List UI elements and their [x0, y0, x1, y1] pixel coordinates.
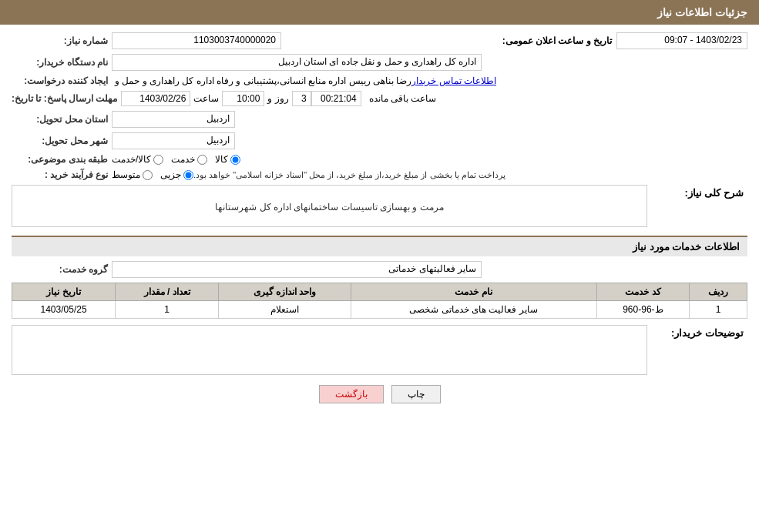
row-towzih: توضیحات خریدار:: [12, 325, 747, 377]
tabaqe-radios: کالا/خدمت خدمت کالا: [112, 154, 240, 165]
col-tarikh: تاریخ نیاز: [12, 283, 116, 301]
sharh-textarea[interactable]: [12, 185, 647, 227]
radio-kala-label: کالا: [215, 154, 228, 165]
col-tedad: تعداد / مقدار: [116, 283, 219, 301]
print-button[interactable]: چاپ: [391, 385, 441, 403]
radio-kala-input[interactable]: [230, 155, 240, 165]
shomara-value: 1103003740000020: [112, 32, 281, 49]
mohlat-saat-label: ساعت: [193, 93, 219, 104]
radio-jozei-label: جزیی: [160, 169, 181, 180]
row-tabaqe: طبقه بندی موضوعی: کالا/خدمت خدمت کالا: [12, 154, 747, 165]
grouh-label: گروه خدمت:: [12, 264, 112, 275]
tarikh-label: تاریخ و ساعت اعلان عمومی:: [502, 35, 612, 46]
radio-motavaset-label: متوسط: [112, 169, 140, 180]
mohlat-rooz-value: 3: [292, 91, 311, 106]
page-wrapper: جزئیات اطلاعات نیاز شماره نیاز: 11030037…: [0, 0, 759, 532]
namdastgah-label: نام دستگاه خریدار:: [12, 57, 112, 68]
mohlat-baqi-value: 00:21:04: [311, 91, 361, 106]
towzih-label: توضیحات خریدار:: [647, 325, 747, 339]
radio-kala-khedmat-input[interactable]: [153, 155, 163, 165]
ostan-label: استان محل تحویل:: [12, 114, 112, 125]
grouh-value: سایر فعالیتهای خدماتی: [112, 261, 482, 278]
shomara-label: شماره نیاز:: [12, 35, 112, 46]
radio-motavaset: متوسط: [112, 169, 153, 180]
towzih-textarea[interactable]: [12, 325, 647, 375]
radio-jozei: جزیی: [160, 169, 193, 180]
tarikh-value: 1403/02/23 - 09:07: [616, 32, 747, 49]
ijad-label: ایجاد کننده درخواست:: [12, 75, 112, 86]
radio-khedmat-label: خدمت: [171, 154, 195, 165]
ijad-value: رضا بناهی رییس اداره منابع انسانی،پشتیبا…: [115, 75, 411, 86]
page-title: جزئیات اطلاعات نیاز: [657, 6, 747, 18]
mohlat-baqi-label: ساعت باقی مانده: [369, 93, 437, 104]
col-radif: ردیف: [690, 283, 747, 301]
shahr-label: شهر محل تحویل:: [12, 136, 112, 146]
radio-kala: کالا: [215, 154, 240, 165]
row-noue: نوع فرآیند خرید : متوسط جزیی پرداخت تمام…: [12, 169, 747, 180]
row-shahr: شهر محل تحویل: اردبیل: [12, 132, 747, 149]
cell-nam: سایر فعالیت های خدماتی شخصی: [351, 301, 596, 319]
cell-tarikh: 1403/05/25: [12, 301, 116, 319]
towzih-content: [12, 325, 647, 377]
row-ijad: ایجاد کننده درخواست: رضا بناهی رییس ادار…: [12, 75, 747, 86]
radio-motavaset-input[interactable]: [143, 170, 153, 180]
tabaqe-label: طبقه بندی موضوعی:: [12, 154, 112, 165]
row-grouh: گروه خدمت: سایر فعالیتهای خدماتی: [12, 261, 747, 278]
col-nam: نام خدمت: [351, 283, 596, 301]
row-ostan: استان محل تحویل: اردبیل: [12, 111, 747, 128]
namdastgah-value: اداره کل راهداری و حمل و نقل جاده ای است…: [112, 54, 482, 71]
buttons-row: چاپ بازگشت: [12, 385, 747, 415]
col-kod: کد خدمت: [596, 283, 690, 301]
col-vahed: واحد اندازه گیری: [219, 283, 351, 301]
noue-desc: پرداخت تمام یا بخشی از مبلغ خرید،از مبلغ…: [193, 170, 505, 180]
mohlat-date: 1403/02/26: [121, 91, 190, 106]
noue-label: نوع فرآیند خرید :: [12, 169, 112, 180]
back-button[interactable]: بازگشت: [319, 385, 384, 403]
ijad-link[interactable]: اطلاعات تماس خریدار: [411, 75, 496, 86]
sharh-label: شرح کلی نیاز:: [647, 185, 747, 199]
radio-kala-khedmat: کالا/خدمت: [112, 154, 163, 165]
radio-khedmat: خدمت: [171, 154, 207, 165]
row-namdastgah: نام دستگاه خریدار: اداره کل راهداری و حم…: [12, 54, 747, 71]
row-shomara: شماره نیاز: 1103003740000020 تاریخ و ساع…: [12, 32, 747, 49]
info-khedamat-header: اطلاعات خدمات مورد نیاز: [12, 236, 747, 256]
cell-vahed: استعلام: [219, 301, 351, 319]
radio-khedmat-input[interactable]: [197, 155, 207, 165]
radio-jozei-input[interactable]: [183, 170, 193, 180]
shahr-value: اردبیل: [112, 132, 235, 149]
ostan-value: اردبیل: [112, 111, 235, 128]
content-area: شماره نیاز: 1103003740000020 تاریخ و ساع…: [0, 25, 759, 423]
table-row: 1 ط-96-960 سایر فعالیت های خدماتی شخصی ا…: [12, 301, 747, 319]
row-sharh: شرح کلی نیاز: مرمت و بهسازی تاسیسات ساخت…: [12, 185, 747, 229]
page-header: جزئیات اطلاعات نیاز: [0, 0, 759, 25]
mohlat-label: مهلت ارسال پاسخ: تا تاریخ:: [12, 93, 121, 104]
mohlat-saat-value: 10:00: [222, 91, 264, 106]
sharh-content: مرمت و بهسازی تاسیسات ساختمانهای اداره ک…: [12, 185, 647, 229]
cell-kod: ط-96-960: [596, 301, 690, 319]
cell-tedad: 1: [116, 301, 219, 319]
mohlat-rooz-label: روز و: [267, 93, 288, 104]
noue-radios: متوسط جزیی: [112, 169, 193, 180]
services-table: ردیف کد خدمت نام خدمت واحد اندازه گیری ت…: [12, 283, 747, 319]
cell-radif: 1: [690, 301, 747, 319]
row-mohlat: مهلت ارسال پاسخ: تا تاریخ: 1403/02/26 سا…: [12, 91, 747, 106]
radio-kala-khedmat-label: کالا/خدمت: [112, 154, 151, 165]
